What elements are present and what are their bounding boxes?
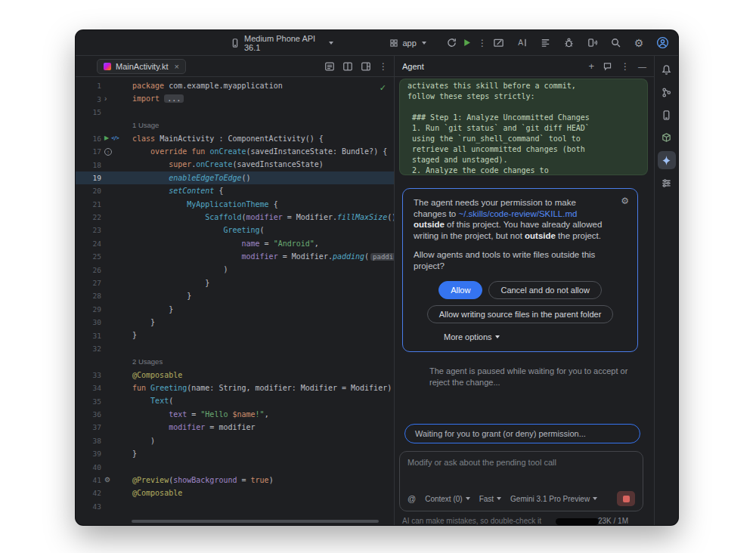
tool-settings-icon[interactable] (658, 174, 676, 192)
code-line[interactable]: 38 ) (76, 434, 394, 447)
line-number[interactable]: 34 (80, 384, 101, 392)
run-icon[interactable] (460, 35, 475, 51)
user-avatar[interactable] (654, 35, 671, 51)
code-line[interactable]: 19 enableEdgeToEdge() (76, 171, 394, 184)
code-line[interactable]: 42@Composable (76, 487, 394, 499)
line-number[interactable]: 31 (80, 332, 101, 340)
line-number[interactable]: 29 (80, 305, 101, 314)
code-line[interactable]: 23 Greeting( (76, 224, 394, 236)
code-line[interactable]: 30 } (76, 316, 394, 329)
toolbar-more-icon[interactable]: ⋮ (475, 35, 490, 51)
usages-inlay-hint[interactable]: 1 Usage (132, 121, 159, 129)
inspections-ok-icon[interactable]: ✓ (380, 83, 386, 93)
chat-history-icon[interactable] (603, 61, 612, 71)
build-icon[interactable] (658, 128, 676, 147)
line-number[interactable]: 32 (80, 344, 101, 353)
code-editor[interactable]: ✓ 1package com.example.myapplication3›im… (76, 77, 394, 525)
code-line[interactable]: 31} (76, 329, 394, 341)
settings-icon[interactable]: ⚙ (631, 35, 647, 51)
device-selector[interactable]: Medium Phone API 36.1 (225, 32, 338, 54)
inlay-hint-row[interactable]: 1 Usage (76, 119, 394, 131)
line-number[interactable]: 20 (80, 187, 101, 195)
cancel-button[interactable]: Cancel and do not allow (488, 281, 601, 299)
agent-input-box[interactable]: Modify or ask about the pending tool cal… (399, 451, 643, 511)
run-config-selector[interactable]: app (385, 36, 430, 50)
stop-button[interactable] (617, 491, 635, 506)
line-number[interactable]: 42 (80, 489, 101, 497)
sync-project-icon[interactable] (445, 35, 460, 51)
version-control-icon[interactable] (658, 83, 676, 101)
editor-hscrollbar[interactable] (132, 520, 386, 523)
code-line[interactable]: 27 } (76, 276, 394, 289)
line-number[interactable]: 28 (80, 292, 101, 300)
code-line[interactable]: 37 modifier = modifier (76, 421, 394, 434)
layout-inspector-icon[interactable] (490, 35, 507, 51)
line-number[interactable]: 18 (80, 161, 101, 169)
line-number[interactable]: 41 (80, 476, 101, 484)
context-dropdown[interactable]: Context (0) (425, 495, 469, 503)
line-number[interactable]: 3 (80, 95, 101, 103)
code-line[interactable]: 15 (76, 106, 394, 119)
preview-gutter-icon[interactable]: ⚙ (104, 477, 110, 483)
layout-columns-icon[interactable] (361, 61, 371, 72)
code-line[interactable]: 17↑ override fun onCreate(savedInstanceS… (76, 145, 394, 158)
code-line[interactable]: 35 Text( (76, 394, 394, 407)
line-number[interactable]: 24 (80, 239, 101, 248)
close-tab-icon[interactable]: × (174, 62, 178, 71)
notifications-icon[interactable] (658, 60, 676, 79)
model-dropdown[interactable]: Gemini 3.1 Pro Preview (510, 495, 597, 503)
line-number[interactable]: 16 (80, 134, 101, 143)
device-mirroring-icon[interactable] (584, 35, 600, 51)
code-line[interactable]: 28 } (76, 289, 394, 302)
live-edit-icon[interactable]: A (513, 35, 530, 51)
line-number[interactable]: 19 (80, 174, 101, 182)
code-line[interactable]: 21 MyApplicationTheme { (76, 198, 394, 211)
line-number[interactable]: 33 (80, 371, 101, 379)
line-number[interactable]: 21 (80, 200, 101, 209)
speed-dropdown[interactable]: Fast (479, 495, 501, 503)
compose-gutter-icon[interactable]: </> (111, 136, 119, 141)
fold-gutter-icon[interactable]: › (104, 95, 107, 103)
code-line[interactable]: 32 (76, 342, 394, 355)
permission-status-field[interactable]: Waiting for you to grant (or deny) permi… (404, 424, 640, 443)
running-devices-icon[interactable] (658, 106, 676, 124)
skill-file-link[interactable]: ~/.skills/code-review/SKILL.md (458, 209, 577, 218)
usages-inlay-hint[interactable]: 2 Usages (132, 357, 163, 366)
inlay-hint-row[interactable]: 2 Usages (76, 355, 394, 368)
line-number[interactable]: 40 (80, 463, 101, 471)
line-number[interactable]: 27 (80, 279, 101, 287)
line-number[interactable]: 43 (80, 502, 101, 511)
split-editor-icon[interactable] (342, 61, 353, 72)
line-number[interactable]: 17 (80, 147, 101, 156)
line-number[interactable]: 36 (80, 410, 101, 419)
gemini-agent-icon[interactable] (658, 151, 676, 169)
line-number[interactable]: 23 (80, 226, 101, 234)
line-number[interactable]: 35 (80, 397, 101, 406)
line-number[interactable]: 37 (80, 423, 101, 431)
code-line[interactable]: 1package com.example.myapplication (76, 79, 394, 92)
line-number[interactable]: 39 (80, 450, 101, 458)
code-line[interactable]: 22 Scaffold(modifier = Modifier.fillMaxS… (76, 211, 394, 224)
override-gutter-icon[interactable]: ↑ (104, 148, 112, 156)
line-number[interactable]: 26 (80, 266, 101, 274)
line-number[interactable]: 15 (80, 108, 101, 116)
code-line[interactable]: 43 (76, 500, 394, 513)
logcat-icon[interactable] (537, 35, 553, 51)
line-number[interactable]: 22 (80, 213, 101, 221)
code-line[interactable]: 25 modifier = Modifier.padding(paddingVa… (76, 250, 394, 263)
code-line[interactable]: 20 setContent { (76, 184, 394, 197)
code-line[interactable]: 26 ) (76, 263, 394, 276)
permission-settings-gear-icon[interactable]: ⚙ (621, 196, 629, 206)
code-line[interactable]: 36 text = "Hello $name!", (76, 408, 394, 421)
allow-button[interactable]: Allow (438, 281, 482, 299)
code-line[interactable]: 41⚙@Preview(showBackground = true) (76, 474, 394, 487)
bug-report-icon[interactable] (560, 35, 577, 51)
code-line[interactable]: 39} (76, 447, 394, 460)
code-line[interactable]: 34fun Greeting(name: String, modifier: M… (76, 382, 394, 394)
code-line[interactable]: 33@Composable (76, 369, 394, 382)
structure-view-icon[interactable] (324, 61, 335, 72)
code-line[interactable]: 18 super.onCreate(savedInstanceState) (76, 158, 394, 171)
code-line[interactable]: 24 name = "Android", (76, 237, 394, 250)
editor-more-icon[interactable]: ⋮ (379, 61, 388, 72)
agent-more-icon[interactable]: ⋮ (621, 61, 630, 72)
